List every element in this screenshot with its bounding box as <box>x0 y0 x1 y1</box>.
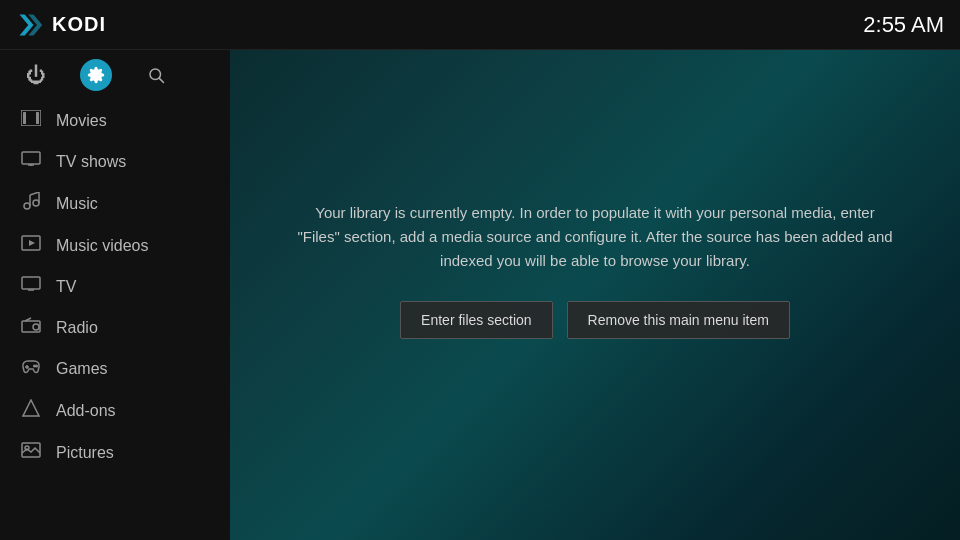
remove-menu-item-button[interactable]: Remove this main menu item <box>567 301 790 339</box>
sidebar-item-games[interactable]: Games <box>0 348 230 389</box>
radio-label: Radio <box>56 319 98 337</box>
sidebar: Movies TV shows Music Music videos TV Ra… <box>0 100 230 540</box>
svg-point-26 <box>36 365 38 367</box>
addons-icon <box>20 399 42 422</box>
svg-line-3 <box>159 78 163 82</box>
music-icon <box>20 192 42 215</box>
top-bar: KODI 2:55 AM <box>0 0 960 50</box>
radio-icon <box>20 317 42 338</box>
main-content: Your library is currently empty. In orde… <box>230 0 960 540</box>
svg-point-10 <box>24 203 30 209</box>
sidebar-item-radio[interactable]: Radio <box>0 307 230 348</box>
svg-point-21 <box>33 324 39 330</box>
action-bar: ⏻ <box>0 50 230 100</box>
musicvideos-label: Music videos <box>56 237 148 255</box>
games-icon <box>20 358 42 379</box>
search-button[interactable] <box>140 59 172 91</box>
svg-rect-17 <box>22 277 40 289</box>
musicvideos-icon <box>20 235 42 256</box>
empty-library-message: Your library is currently empty. In orde… <box>295 201 895 273</box>
movies-label: Movies <box>56 112 107 130</box>
pictures-icon <box>20 442 42 463</box>
kodi-icon <box>16 11 44 39</box>
movies-icon <box>20 110 42 131</box>
action-buttons: Enter files section Remove this main men… <box>295 301 895 339</box>
svg-rect-7 <box>22 152 40 164</box>
tv-label: TV <box>56 278 76 296</box>
addons-label: Add-ons <box>56 402 116 420</box>
clock: 2:55 AM <box>863 12 944 38</box>
music-label: Music <box>56 195 98 213</box>
sidebar-item-music[interactable]: Music <box>0 182 230 225</box>
tvshows-label: TV shows <box>56 153 126 171</box>
tvshows-icon <box>20 151 42 172</box>
sidebar-item-addons[interactable]: Add-ons <box>0 389 230 432</box>
svg-marker-16 <box>29 240 35 246</box>
kodi-logo: KODI <box>16 11 106 39</box>
enter-files-button[interactable]: Enter files section <box>400 301 553 339</box>
tv-icon <box>20 276 42 297</box>
sidebar-item-tv[interactable]: TV <box>0 266 230 307</box>
power-button[interactable]: ⏻ <box>20 59 52 91</box>
content-box: Your library is currently empty. In orde… <box>255 161 935 379</box>
svg-rect-5 <box>23 112 26 124</box>
pictures-label: Pictures <box>56 444 114 462</box>
sidebar-item-pictures[interactable]: Pictures <box>0 432 230 473</box>
svg-marker-27 <box>23 400 39 416</box>
sidebar-item-movies[interactable]: Movies <box>0 100 230 141</box>
sidebar-item-musicvideos[interactable]: Music videos <box>0 225 230 266</box>
svg-point-11 <box>33 200 39 206</box>
app-title: KODI <box>52 13 106 36</box>
settings-button[interactable] <box>80 59 112 91</box>
svg-line-14 <box>30 192 39 195</box>
svg-rect-6 <box>36 112 39 124</box>
sidebar-item-tvshows[interactable]: TV shows <box>0 141 230 182</box>
games-label: Games <box>56 360 108 378</box>
